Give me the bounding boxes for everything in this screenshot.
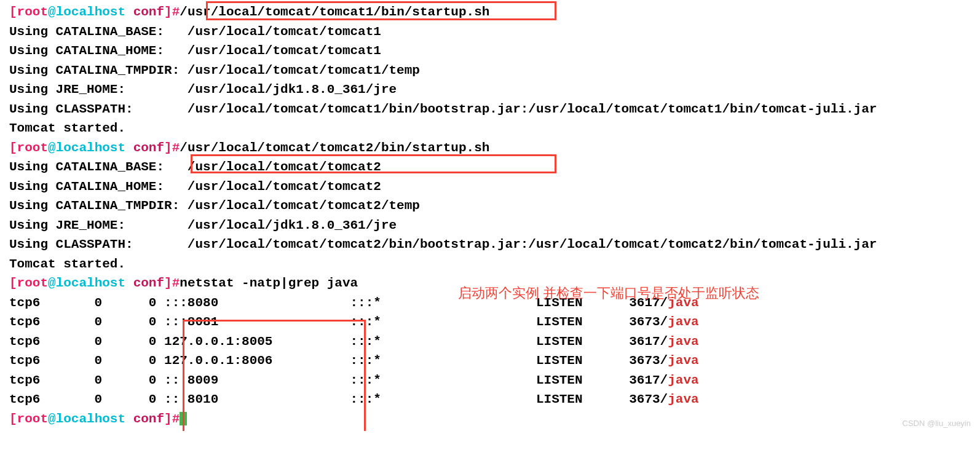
prompt-host: @localhost [48, 276, 125, 290]
prompt-user: root [17, 141, 48, 155]
prompt-close: ]# [164, 276, 180, 290]
output-line: Using CLASSPATH: /usr/local/tomcat/tomca… [9, 100, 971, 119]
output-line: Using JRE_HOME: /usr/local/jdk1.8.0_361/… [9, 216, 971, 235]
highlight-box-cmd2 [191, 154, 556, 173]
java-process: java [668, 334, 698, 349]
prompt-bracket: [ [9, 412, 17, 426]
prompt-close: ]# [164, 5, 180, 19]
netstat-row: tcp6 0 0 :::8009 :::* LISTEN 3617/java [9, 371, 971, 390]
output-line: Using CATALINA_TMPDIR: /usr/local/tomcat… [9, 61, 971, 81]
prompt-path: conf [125, 5, 164, 19]
netstat-row: tcp6 0 0 127.0.0.1:8006 :::* LISTEN 3673… [9, 351, 971, 371]
java-process: java [668, 315, 698, 329]
annotation-text: 启动两个实例 并检查一下端口号是否处于监听状态 [458, 283, 759, 303]
netstat-table: tcp6 0 0 :::8080 :::* LISTEN 3617/javatc… [9, 293, 971, 409]
prompt-bracket: [ [9, 276, 17, 290]
output-line: Using JRE_HOME: /usr/local/jdk1.8.0_361/… [9, 80, 971, 100]
prompt-path: conf [125, 412, 164, 426]
prompt-user: root [17, 5, 48, 19]
output-line: Using CATALINA_HOME: /usr/local/tomcat/t… [9, 41, 971, 61]
highlight-box-ports [183, 320, 366, 431]
output-line: Tomcat started. [9, 255, 971, 274]
terminal-output: [root@localhost conf]#/usr/local/tomcat/… [9, 2, 971, 429]
prompt-bracket: [ [9, 5, 17, 19]
command-text: netstat -natp|grep java [180, 276, 358, 290]
prompt-user: root [17, 276, 48, 290]
prompt-host: @localhost [48, 141, 125, 155]
prompt-close: ]# [164, 141, 180, 155]
netstat-row: tcp6 0 0 :::8010 :::* LISTEN 3673/java [9, 390, 971, 409]
prompt-path: conf [125, 276, 164, 290]
prompt-line-4[interactable]: [root@localhost conf]# [9, 409, 971, 429]
netstat-row: tcp6 0 0 :::8081 :::* LISTEN 3673/java [9, 312, 971, 332]
prompt-user: root [17, 412, 48, 426]
output-line: Using CATALINA_BASE: /usr/local/tomcat/t… [9, 22, 971, 42]
watermark-text: CSDN @liu_xueyin [903, 417, 971, 430]
prompt-close: ]# [164, 412, 180, 426]
java-process: java [668, 373, 698, 387]
java-process: java [668, 392, 698, 406]
prompt-path: conf [125, 141, 164, 155]
output-line: Using CATALINA_HOME: /usr/local/tomcat/t… [9, 177, 971, 197]
command-text: /usr/local/tomcat/tomcat2/bin/startup.sh [180, 141, 489, 155]
prompt-host: @localhost [48, 5, 125, 19]
netstat-row: tcp6 0 0 127.0.0.1:8005 :::* LISTEN 3617… [9, 332, 971, 352]
highlight-box-cmd1 [206, 1, 556, 20]
output-line: Tomcat started. [9, 119, 971, 138]
output-line: Using CLASSPATH: /usr/local/tomcat/tomca… [9, 235, 971, 255]
output-line: Using CATALINA_TMPDIR: /usr/local/tomcat… [9, 196, 971, 216]
java-process: java [668, 354, 698, 368]
prompt-host: @localhost [48, 412, 125, 426]
prompt-bracket: [ [9, 141, 17, 155]
